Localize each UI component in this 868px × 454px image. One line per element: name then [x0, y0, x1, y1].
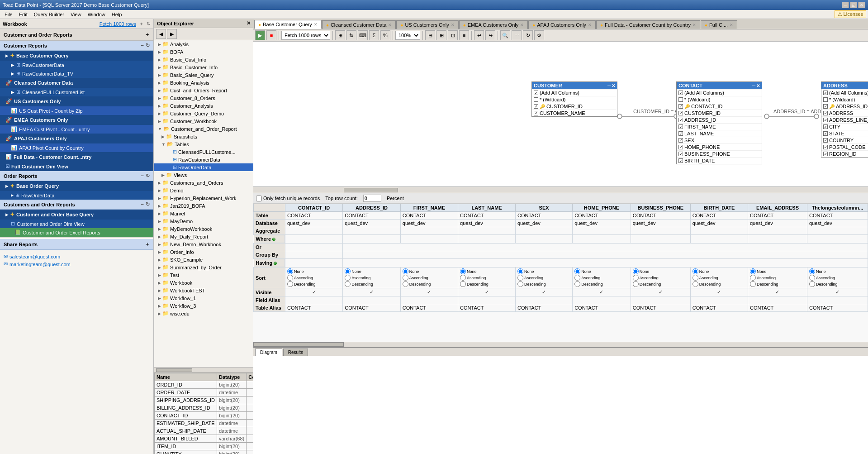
- hscroll-bar[interactable]: [156, 368, 192, 372]
- obj-workflow1[interactable]: ▶ 📁 Workflow_1: [154, 294, 253, 302]
- menu-edit[interactable]: Edit: [16, 11, 30, 18]
- contact-close[interactable]: ✕: [756, 83, 760, 88]
- obj-sko[interactable]: ▶ 📁 SKO_Example: [154, 256, 253, 263]
- address-row-add-all[interactable]: ✓ (Add All Columns): [821, 89, 868, 96]
- base-order-query-item[interactable]: ▶ ✦ Base Order Query: [0, 181, 153, 191]
- share-sales-item[interactable]: ✉ salesteam@quest.com: [4, 253, 150, 260]
- tab-close[interactable]: ✕: [314, 22, 318, 27]
- obj-customers-orders[interactable]: ▶ 📁 Customers_and_Orders: [154, 179, 253, 186]
- address-row-id[interactable]: ✓ 🔑 ADDRESS_ID: [821, 103, 868, 110]
- tab-base-customer-query[interactable]: ● Base Customer Query ✕: [254, 20, 322, 29]
- obj-customer8[interactable]: ▶ 📁 Customer_8_Orders: [154, 94, 253, 102]
- tb-layout1[interactable]: ⊟: [425, 30, 435, 40]
- customer-order-dim-item[interactable]: ⊡ Customer and Order Dim View: [0, 220, 153, 228]
- tab-close7[interactable]: ✕: [730, 23, 733, 27]
- tb-layout4[interactable]: ≡: [459, 30, 469, 40]
- obj-cleansed-full[interactable]: ⊞ CleansedFULLCustome...: [154, 148, 253, 156]
- customer-row-id[interactable]: ✓ 🔑 CUSTOMER_ID: [532, 103, 617, 110]
- refresh-customer-reports[interactable]: ↻: [146, 43, 150, 48]
- contact-row-business-phone[interactable]: ✓ BUSINESS_PHONE: [677, 150, 762, 157]
- address-row-state[interactable]: ✓ STATE: [821, 130, 868, 137]
- obj-bofa[interactable]: ▶ 📁 BOFA: [154, 48, 253, 56]
- refresh-order-reports[interactable]: ↻: [146, 173, 150, 179]
- tb-layout2[interactable]: ⊞: [436, 30, 446, 40]
- obj-tables[interactable]: ▼ 📂 Tables: [154, 140, 253, 148]
- zoom-select[interactable]: 100% 75% 50%: [395, 31, 420, 40]
- full-customer-dim-item[interactable]: ⊡ Full Customer Dim View: [0, 162, 153, 171]
- emea-cust-pivot-item[interactable]: 📊 EMEA Cust Pivot - Count...untry: [0, 125, 153, 134]
- cleansed-customer-data-item[interactable]: 🚀 Cleansed Customer Data: [0, 78, 153, 88]
- obj-mydemowb[interactable]: ▶ 📁 MyDemoWorkbook: [154, 225, 253, 233]
- fetch-unique-checkbox[interactable]: [256, 196, 262, 201]
- obj-jan2019[interactable]: ▶ 📁 Jan2019_BOFA: [154, 202, 253, 210]
- obj-basic-cust[interactable]: ▶ 📁 Basic_Cust_Info: [154, 56, 253, 63]
- obj-raw-order[interactable]: ⊞ RawOrderData: [154, 163, 253, 171]
- obj-toolbar-btn2[interactable]: ▶: [167, 29, 177, 39]
- contact-row-home-phone[interactable]: ✓ HOME_PHONE: [677, 143, 762, 150]
- obj-cust-workbook[interactable]: ▶ 📁 Customer_Workbook: [154, 117, 253, 125]
- run-button[interactable]: ▶: [255, 30, 265, 40]
- collapse-order-reports[interactable]: −: [141, 173, 144, 179]
- raw-order-data-item[interactable]: ▶ ⊞ RawOrderData: [0, 191, 153, 200]
- customer-row-add-all[interactable]: ✓ (Add All Columns): [532, 89, 617, 96]
- obj-cust-demo[interactable]: ▶ 📁 Customer_Query_Demo: [154, 110, 253, 117]
- contact-row-id[interactable]: ✓ 🔑 CONTACT_ID: [677, 103, 762, 110]
- obj-basic-sales[interactable]: ▶ 📁 Basic_Sales_Query: [154, 71, 253, 79]
- obj-cust-analysis[interactable]: ▶ 📁 Customer_Analysis: [154, 102, 253, 110]
- apaj-customers-only-item[interactable]: 🚀 APAJ Customers Only: [0, 134, 153, 143]
- contact-row-first-name[interactable]: ✓ FIRST_NAME: [677, 123, 762, 130]
- obj-views[interactable]: ▶ 📁 Views: [154, 171, 253, 179]
- address-row-line2[interactable]: ✓ ADDRESS_LINE_2: [821, 116, 868, 123]
- refresh-customers-order-reports[interactable]: ↻: [146, 201, 150, 207]
- obj-workbooktest[interactable]: ▶ 📁 WorkbookTEST: [154, 287, 253, 294]
- emea-customers-only-item[interactable]: 🚀 EMEA Customers Only: [0, 115, 153, 125]
- top-row-count-input[interactable]: [363, 195, 381, 202]
- obj-test[interactable]: ▶ 📁 Test: [154, 271, 253, 279]
- obj-order-info[interactable]: ▶ 📁 Order_Info: [154, 248, 253, 256]
- address-row-wildcard[interactable]: * (Wildcard): [821, 96, 868, 103]
- tab-close5[interactable]: ✕: [588, 23, 592, 27]
- tb-layout3[interactable]: ⊡: [448, 30, 458, 40]
- tb-btn3[interactable]: ⌨: [358, 30, 368, 40]
- diagram-hscroll[interactable]: [253, 186, 868, 193]
- restore-button[interactable]: ◱: [850, 2, 857, 8]
- address-row-address[interactable]: ✓ ADDRESS: [821, 110, 868, 116]
- obj-my-daily[interactable]: ▶ 📁 My_Daily_Report: [154, 233, 253, 240]
- add-workbook-button[interactable]: ＋: [139, 20, 144, 27]
- obj-wisc[interactable]: ▶ 📁 wisc.edu: [154, 310, 253, 317]
- obj-basic-customer[interactable]: ▶ 📁 Basic_Customer_Info: [154, 63, 253, 71]
- obj-analysis[interactable]: ▶ 📁 Analysis: [154, 40, 253, 48]
- customer-minimize[interactable]: ─: [607, 83, 611, 88]
- obj-hyperion[interactable]: ▶ 📁 Hyperion_Replacement_Work: [154, 194, 253, 202]
- menu-query-builder[interactable]: Query Builder: [31, 11, 67, 18]
- tab-close6[interactable]: ✕: [693, 23, 696, 27]
- tb-search[interactable]: 🔍: [500, 30, 510, 40]
- contact-row-customer-id[interactable]: ✓ CUSTOMER_ID: [677, 110, 762, 116]
- contact-row-add-all[interactable]: ✓ (Add All Columns): [677, 89, 762, 96]
- cleansed-full-customer-list-item[interactable]: ▶ ⊞ CleansedFULLCustomerList: [0, 88, 153, 96]
- obj-new-demo[interactable]: ▶ 📁 New_Demo_Workbook: [154, 240, 253, 248]
- menu-view[interactable]: View: [68, 11, 84, 18]
- obj-marvel[interactable]: ▶ 📁 Marvel: [154, 210, 253, 217]
- contact-row-birth-date[interactable]: ✓ BIRTH_DATE: [677, 157, 762, 164]
- contact-row-sex[interactable]: ✓ SEX: [677, 137, 762, 143]
- full-data-item[interactable]: 📊 Full Data - Customer Count...ntry: [0, 152, 153, 162]
- fetch-rows-select[interactable]: Fetch 1000 rows Fetch 100 rows Fetch All: [281, 31, 330, 40]
- license-badge[interactable]: ⚠ Licenses: [835, 10, 866, 18]
- obj-snapshots[interactable]: ▶ 📁 Snapshots: [154, 133, 253, 140]
- obj-workbook[interactable]: ▶ 📁 Workbook: [154, 279, 253, 287]
- tab-emea-customers[interactable]: ● EMEA Customers Only ✕: [459, 20, 528, 29]
- address-row-city[interactable]: ✓ CITY: [821, 123, 868, 130]
- obj-hscroll[interactable]: [154, 367, 253, 373]
- obj-toolbar-btn1[interactable]: ◀: [156, 29, 166, 39]
- add-report-button[interactable]: ＋: [145, 31, 150, 38]
- base-customer-query-item[interactable]: ▶ ✦ Base Customer Query: [0, 51, 153, 61]
- grid-hscroll[interactable]: [253, 342, 868, 347]
- menu-file[interactable]: File: [2, 11, 15, 18]
- tab-cleansed-customer-data[interactable]: ● Cleansed Customer Data ✕: [322, 20, 396, 29]
- tb-redo[interactable]: ↪: [485, 30, 495, 40]
- grid-hscroll-thumb[interactable]: [253, 342, 344, 347]
- apaj-pivot-item[interactable]: 📊 APAJ Pivot Count by Country: [0, 143, 153, 152]
- tab-diagram[interactable]: Diagram: [255, 349, 282, 356]
- customer-order-base-query-item[interactable]: ▶ ✦ Customer and Order Base Query: [0, 210, 153, 220]
